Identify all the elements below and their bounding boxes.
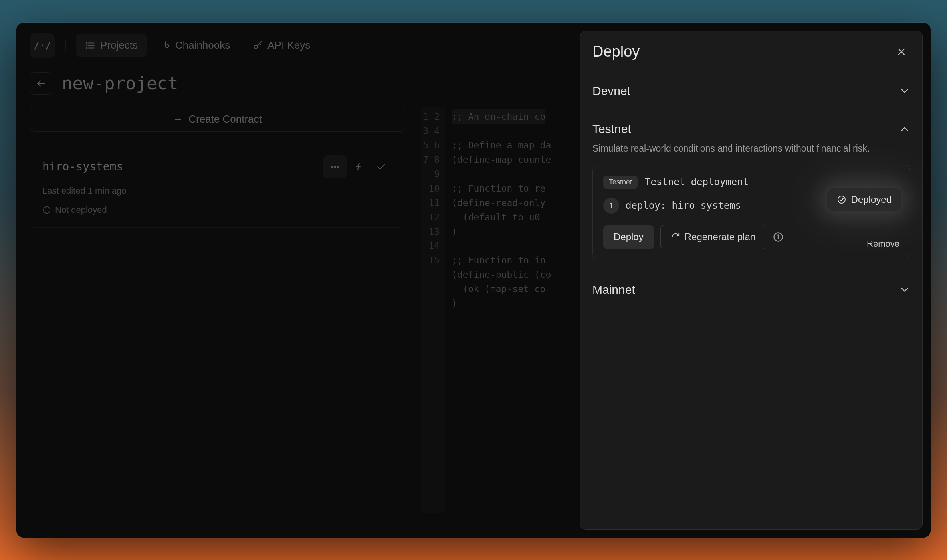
refresh-icon (671, 233, 680, 241)
contract-check-button[interactable] (370, 155, 393, 178)
deployed-label: Deployed (851, 194, 892, 205)
section-description: Simulate real-world conditions and inter… (592, 142, 880, 155)
section-testnet[interactable]: Testnet (592, 121, 910, 137)
svg-point-3 (86, 42, 87, 43)
deployment-card: Testnet Testnet deployment Deployed 1 de… (592, 165, 910, 259)
deployment-name: Testnet deployment (645, 177, 749, 187)
create-contract-label: Create Contract (188, 113, 262, 125)
plus-icon (173, 115, 183, 124)
editor-gutter: 1 2 3 4 5 6 7 8 9 10 11 12 13 14 15 (421, 107, 445, 513)
svg-point-10 (331, 166, 333, 167)
step-label: deploy: hiro-systems (626, 201, 741, 210)
nav-divider (65, 40, 66, 51)
contract-function-button[interactable] (347, 155, 370, 178)
svg-point-20 (778, 235, 779, 235)
network-badge: Testnet (603, 176, 638, 189)
contract-name: hiro-systems (42, 161, 323, 172)
contract-status: Not deployed (55, 205, 107, 215)
svg-point-4 (86, 45, 87, 46)
deploy-button[interactable]: Deploy (603, 225, 654, 249)
nav-item-apikeys[interactable]: API Keys (244, 34, 319, 57)
check-circle-icon (837, 195, 846, 204)
more-horizontal-icon (330, 162, 340, 172)
contract-more-button[interactable] (323, 155, 347, 178)
svg-point-17 (838, 196, 845, 203)
hook-icon (160, 40, 170, 51)
regenerate-plan-button[interactable]: Regenerate plan (660, 225, 766, 249)
check-icon (376, 162, 386, 172)
chevron-down-icon (899, 284, 910, 295)
deployed-status-pill: Deployed (827, 188, 901, 211)
not-deployed-icon (42, 206, 51, 214)
info-icon[interactable] (773, 232, 784, 243)
project-title: new-project (62, 75, 178, 92)
arrow-left-icon (36, 78, 46, 89)
function-icon (353, 162, 363, 172)
drawer-close-button[interactable] (893, 43, 910, 61)
nav-item-chainhooks[interactable]: Chainhooks (151, 34, 239, 57)
close-icon (896, 46, 907, 57)
section-title: Devnet (592, 84, 630, 98)
regenerate-label: Regenerate plan (685, 232, 755, 243)
create-contract-button[interactable]: Create Contract (30, 107, 405, 132)
section-devnet[interactable]: Devnet (592, 83, 910, 99)
back-button[interactable] (30, 72, 52, 95)
section-title: Testnet (592, 122, 631, 136)
nav-item-label: Chainhooks (175, 39, 230, 51)
nav-item-label: Projects (100, 39, 138, 51)
nav-item-label: API Keys (267, 39, 310, 51)
contract-card[interactable]: hiro-systems Last edited 1 min ago Not d… (30, 144, 405, 228)
section-title: Mainnet (592, 283, 635, 297)
deploy-button-label: Deploy (614, 232, 644, 243)
remove-button[interactable]: Remove (867, 239, 899, 249)
svg-point-5 (86, 47, 87, 48)
key-icon (252, 40, 263, 51)
drawer-title: Deploy (592, 43, 640, 60)
step-number: 1 (603, 198, 619, 214)
logo[interactable]: /·/ (30, 33, 55, 58)
contract-last-edited: Last edited 1 min ago (42, 186, 393, 196)
svg-point-11 (334, 166, 335, 167)
deploy-drawer: Deploy Devnet Testnet Simulate real-worl… (580, 31, 923, 530)
chevron-down-icon (899, 85, 910, 97)
section-mainnet[interactable]: Mainnet (592, 282, 910, 297)
chevron-up-icon (899, 123, 910, 135)
nav-item-projects[interactable]: Projects (76, 34, 147, 57)
list-icon (85, 40, 95, 51)
svg-point-12 (337, 166, 339, 167)
